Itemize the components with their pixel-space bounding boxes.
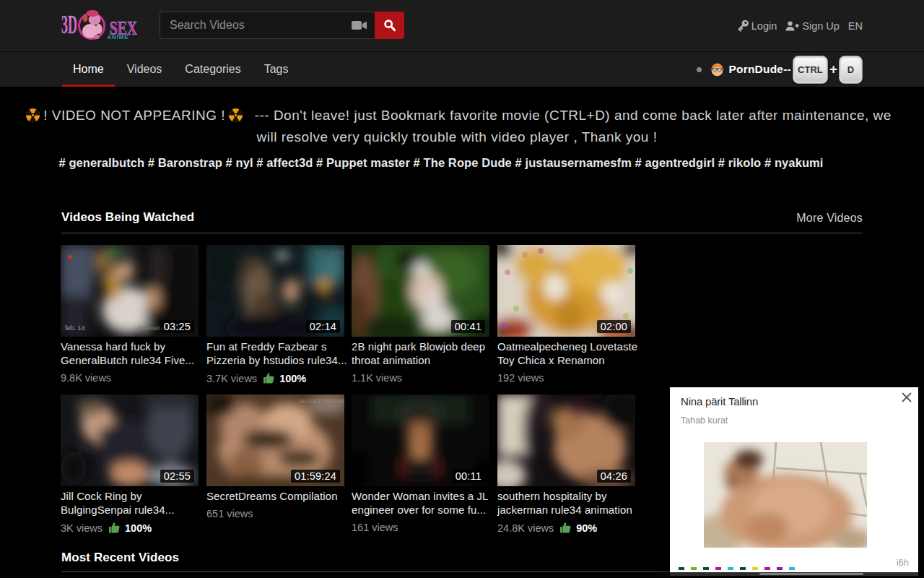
svg-text:feb. 14: feb. 14 <box>65 324 85 332</box>
svg-text:SECRET DREAMS: SECRET DREAMS <box>299 398 344 405</box>
svg-text:3D: 3D <box>61 10 77 38</box>
svg-text:#STUDIOS: #STUDIOS <box>315 249 344 256</box>
svg-text:ANIME: ANIME <box>108 34 129 40</box>
